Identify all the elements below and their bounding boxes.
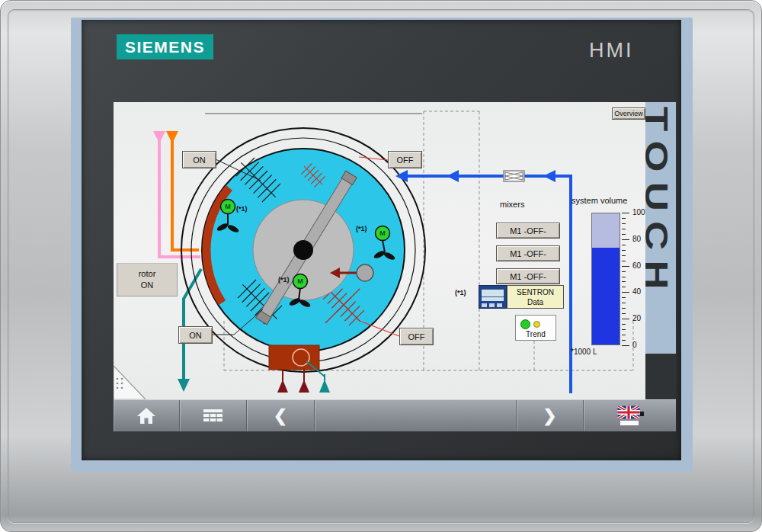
sentron-line1: SENTRON xyxy=(517,287,554,297)
volume-tick-label: 60 xyxy=(632,261,645,270)
hmi-display: Overview ON OFF ON OFF rotor ON M M M (*… xyxy=(114,102,645,399)
strip-below xyxy=(645,354,676,399)
flag-caret xyxy=(640,412,644,416)
volume-tick-label: 0 xyxy=(632,341,645,349)
nav-forward-button[interactable]: ❯ xyxy=(517,400,584,431)
hmi-panel-photo: SIEMENS HMI xyxy=(0,0,762,532)
nav-keyboard-button[interactable] xyxy=(180,400,247,431)
uk-flag-icon xyxy=(617,405,643,427)
nav-home-button[interactable] xyxy=(114,400,180,431)
language-box xyxy=(620,420,639,426)
rotor-status-label: rotor ON xyxy=(117,263,178,296)
process-diagram xyxy=(114,102,645,399)
device-frame: SIEMENS HMI xyxy=(0,0,762,532)
volume-ticks-major xyxy=(622,213,629,346)
overview-button[interactable]: Overview xyxy=(612,107,645,120)
trend-yellow-indicator xyxy=(533,321,540,328)
motor-m-label: M xyxy=(375,226,390,240)
volume-fill xyxy=(592,248,620,345)
sentron-footnote: (*1) xyxy=(455,289,466,296)
grid-icon xyxy=(203,409,223,422)
mixers-title: mixers xyxy=(500,200,524,209)
volume-tick-label: 80 xyxy=(632,235,645,243)
nav-spacer xyxy=(315,400,517,431)
motor-footnote: (*1) xyxy=(236,205,248,213)
motor-m-label: M xyxy=(293,274,308,288)
sentron-device-keys xyxy=(482,303,504,307)
touch-print: TOUCH xyxy=(645,107,674,300)
chevron-left-icon: ❮ xyxy=(274,408,287,425)
touch-strip: TOUCH xyxy=(645,102,676,354)
sentron-line2: Data xyxy=(527,297,543,307)
rotor-hub xyxy=(293,240,313,260)
nav-language-button[interactable] xyxy=(584,400,676,431)
mixer-m1-button-1[interactable]: M1 -OFF- xyxy=(496,223,560,239)
siemens-logo: SIEMENS xyxy=(117,34,213,59)
home-icon xyxy=(136,407,156,425)
system-volume-bargraph xyxy=(591,213,620,345)
trend-button[interactable]: Trend xyxy=(515,315,556,341)
rotor-status-line2: ON xyxy=(141,280,154,291)
system-volume-title: system volume xyxy=(572,196,645,205)
drain-valves xyxy=(277,370,330,393)
valve-off-button-bottom[interactable]: OFF xyxy=(399,328,434,345)
navbar: ❮ ❯ xyxy=(114,399,676,431)
valve-off-button-top[interactable]: OFF xyxy=(388,151,422,168)
motor-m-label: M xyxy=(220,199,235,213)
volume-tick-label: 20 xyxy=(632,314,645,322)
trend-label: Trend xyxy=(516,330,555,338)
valve-on-button-bottom[interactable]: ON xyxy=(178,326,213,344)
nav-back-button[interactable]: ❮ xyxy=(247,400,315,431)
mixer-m1-button-3[interactable]: M1 -OFF- xyxy=(496,268,560,284)
trend-green-indicator xyxy=(520,319,530,329)
valve-on-button-top[interactable]: ON xyxy=(182,151,216,168)
pink-pipe xyxy=(153,131,200,257)
heat-exchanger-icon xyxy=(504,171,524,181)
sentron-data-button[interactable]: SENTRON Data xyxy=(507,285,564,309)
chevron-right-icon: ❯ xyxy=(543,408,556,425)
page-curl[interactable] xyxy=(114,366,146,399)
sentron-device-screen xyxy=(482,289,504,301)
volume-unit: *1000 L xyxy=(571,348,597,356)
sentron-device-icon xyxy=(479,285,507,309)
touchscreen: Overview ON OFF ON OFF rotor ON M M M (*… xyxy=(114,102,676,431)
mixer-m1-button-2[interactable]: M1 -OFF- xyxy=(496,245,560,261)
rotor-status-line1: rotor xyxy=(139,268,156,280)
volume-tick-label: 40 xyxy=(632,287,645,296)
motor-footnote: (*1) xyxy=(278,276,290,284)
hmi-model-label: HMI xyxy=(589,39,634,62)
volume-tick-label: 100 xyxy=(632,208,645,216)
motor-footnote: (*1) xyxy=(356,225,367,232)
